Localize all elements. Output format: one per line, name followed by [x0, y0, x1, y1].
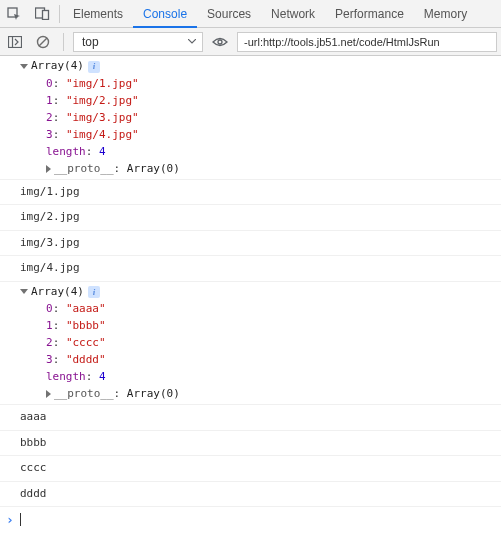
tab-sources[interactable]: Sources	[197, 0, 261, 28]
context-label: top	[82, 35, 99, 49]
log-entry-text: img/1.jpg	[0, 180, 501, 206]
inspect-element-icon[interactable]	[0, 0, 28, 28]
prompt-caret-icon: ›	[6, 510, 14, 530]
array-header[interactable]: Array(4)i	[20, 284, 495, 301]
info-icon[interactable]: i	[88, 61, 100, 73]
console-input[interactable]	[21, 513, 495, 526]
tab-elements[interactable]: Elements	[63, 0, 133, 28]
toggle-sidebar-icon[interactable]	[4, 31, 26, 53]
separator	[63, 33, 64, 51]
caret-down-icon	[20, 289, 28, 294]
separator	[59, 5, 60, 23]
tab-network[interactable]: Network	[261, 0, 325, 28]
console-toolbar: top	[0, 28, 501, 56]
filter-input[interactable]	[237, 32, 497, 52]
log-entry-text: dddd	[0, 482, 501, 508]
array-label: Array(4)	[31, 285, 84, 298]
tab-console[interactable]: Console	[133, 0, 197, 28]
log-entry-array: Array(4)i 0: "aaaa" 1: "bbbb" 2: "cccc" …	[0, 282, 501, 406]
svg-rect-3	[9, 36, 22, 47]
array-proto[interactable]: __proto__: Array(0)	[46, 385, 495, 402]
clear-console-icon[interactable]	[32, 31, 54, 53]
array-properties: 0: "aaaa" 1: "bbbb" 2: "cccc" 3: "dddd" …	[20, 300, 495, 402]
array-proto[interactable]: __proto__: Array(0)	[46, 160, 495, 177]
tab-performance[interactable]: Performance	[325, 0, 414, 28]
live-expression-icon[interactable]	[209, 31, 231, 53]
log-entry-text: img/2.jpg	[0, 205, 501, 231]
array-length: length: 4	[46, 143, 495, 160]
log-entry-text: aaaa	[0, 405, 501, 431]
array-item: 0: "aaaa"	[46, 300, 495, 317]
array-length: length: 4	[46, 368, 495, 385]
log-entry-array: Array(4)i 0: "img/1.jpg" 1: "img/2.jpg" …	[0, 56, 501, 180]
array-item: 3: "img/4.jpg"	[46, 126, 495, 143]
caret-down-icon	[20, 64, 28, 69]
context-selector[interactable]: top	[73, 32, 203, 52]
console-output: Array(4)i 0: "img/1.jpg" 1: "img/2.jpg" …	[0, 56, 501, 533]
array-item: 1: "bbbb"	[46, 317, 495, 334]
caret-right-icon	[46, 390, 51, 398]
log-entry-text: bbbb	[0, 431, 501, 457]
log-entry-text: img/4.jpg	[0, 256, 501, 282]
svg-point-7	[218, 40, 222, 44]
array-item: 2: "img/3.jpg"	[46, 109, 495, 126]
array-item: 3: "dddd"	[46, 351, 495, 368]
svg-rect-2	[42, 11, 48, 20]
array-properties: 0: "img/1.jpg" 1: "img/2.jpg" 2: "img/3.…	[20, 75, 495, 177]
chevron-down-icon	[188, 39, 196, 44]
array-header[interactable]: Array(4)i	[20, 58, 495, 75]
devtools-tabbar: Elements Console Sources Network Perform…	[0, 0, 501, 28]
svg-line-6	[39, 38, 47, 46]
array-item: 1: "img/2.jpg"	[46, 92, 495, 109]
device-toolbar-icon[interactable]	[28, 0, 56, 28]
array-item: 0: "img/1.jpg"	[46, 75, 495, 92]
tab-memory[interactable]: Memory	[414, 0, 477, 28]
info-icon[interactable]: i	[88, 286, 100, 298]
array-item: 2: "cccc"	[46, 334, 495, 351]
caret-right-icon	[46, 165, 51, 173]
array-label: Array(4)	[31, 59, 84, 72]
log-entry-text: img/3.jpg	[0, 231, 501, 257]
log-entry-text: cccc	[0, 456, 501, 482]
console-prompt[interactable]: ›	[0, 507, 501, 533]
